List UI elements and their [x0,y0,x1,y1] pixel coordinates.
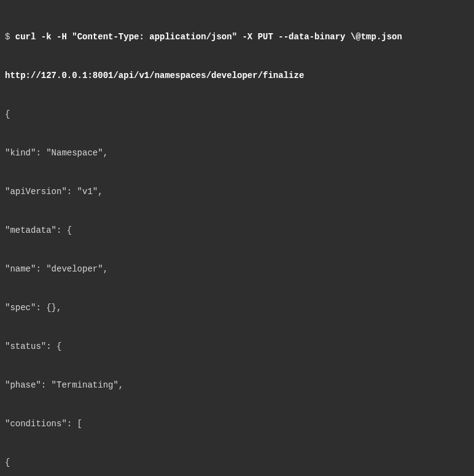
terminal-window: $ curl -k -H "Content-Type: application/… [5,5,469,476]
command-line: $ curl -k -H "Content-Type: application/… [5,31,469,44]
output-line: "apiVersion": "v1", [5,185,469,198]
prompt-symbol: $ [5,32,15,42]
output-line: "kind": "Namespace", [5,147,469,160]
curl-command-part1: curl -k -H "Content-Type: application/js… [15,32,402,42]
output-line: "spec": {}, [5,302,469,314]
output-line: "status": { [5,340,469,353]
output-line: { [5,108,469,121]
output-line: "conditions": [ [5,418,469,431]
curl-command-part2: http://127.0.0.1:8001/api/v1/namespaces/… [5,69,469,82]
output-line: "name": "developer", [5,263,469,276]
output-line: "metadata": { [5,224,469,237]
output-line: "phase": "Terminating", [5,379,469,392]
output-line: { [5,456,469,469]
